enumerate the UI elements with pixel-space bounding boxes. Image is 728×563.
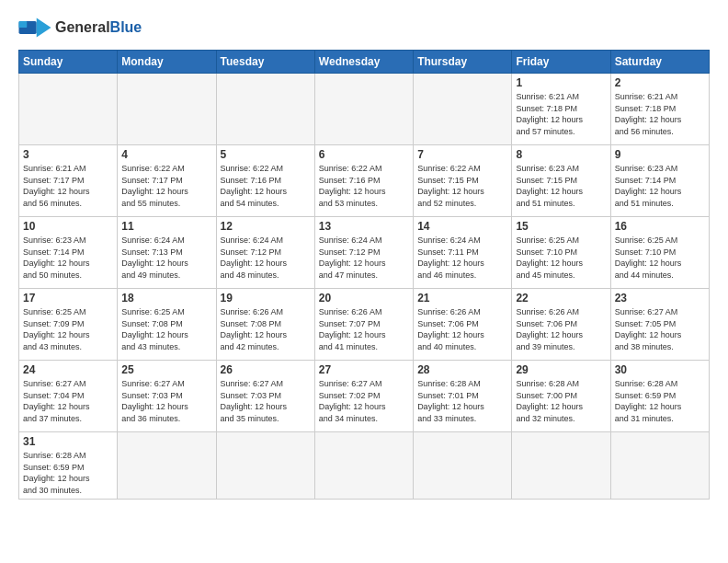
day-number: 15: [516, 220, 606, 233]
calendar-cell: 20Sunrise: 6:26 AM Sunset: 7:07 PM Dayli…: [314, 289, 413, 361]
calendar-cell: 8Sunrise: 6:23 AM Sunset: 7:15 PM Daylig…: [512, 145, 610, 217]
calendar-cell: [118, 74, 216, 145]
calendar-cell: 4Sunrise: 6:22 AM Sunset: 7:17 PM Daylig…: [118, 145, 216, 217]
day-number: 2: [615, 76, 705, 89]
day-info: Sunrise: 6:26 AM Sunset: 7:06 PM Dayligh…: [516, 306, 606, 352]
calendar-cell: 31Sunrise: 6:28 AM Sunset: 6:59 PM Dayli…: [19, 432, 118, 500]
day-info: Sunrise: 6:22 AM Sunset: 7:16 PM Dayligh…: [319, 163, 409, 209]
day-number: 31: [23, 435, 113, 448]
calendar-cell: [610, 432, 709, 500]
day-number: 26: [221, 363, 311, 376]
day-info: Sunrise: 6:26 AM Sunset: 7:06 PM Dayligh…: [417, 306, 507, 352]
day-number: 24: [23, 363, 113, 376]
calendar-cell: 16Sunrise: 6:25 AM Sunset: 7:10 PM Dayli…: [610, 217, 709, 289]
weekday-header-tuesday: Tuesday: [216, 51, 314, 74]
calendar-cell: 13Sunrise: 6:24 AM Sunset: 7:12 PM Dayli…: [314, 217, 413, 289]
day-info: Sunrise: 6:27 AM Sunset: 7:05 PM Dayligh…: [615, 306, 705, 352]
day-info: Sunrise: 6:27 AM Sunset: 7:04 PM Dayligh…: [23, 378, 113, 424]
day-info: Sunrise: 6:22 AM Sunset: 7:17 PM Dayligh…: [121, 163, 211, 209]
day-number: 7: [417, 148, 507, 161]
day-info: Sunrise: 6:27 AM Sunset: 7:03 PM Dayligh…: [121, 378, 211, 424]
calendar-cell: 26Sunrise: 6:27 AM Sunset: 7:03 PM Dayli…: [216, 361, 314, 432]
day-number: 5: [221, 148, 311, 161]
day-number: 3: [23, 148, 113, 161]
calendar-cell: [414, 432, 512, 500]
logo-text: GeneralBlue: [55, 19, 142, 36]
day-info: Sunrise: 6:25 AM Sunset: 7:10 PM Dayligh…: [615, 235, 705, 281]
weekday-header-monday: Monday: [118, 51, 216, 74]
calendar-cell: 17Sunrise: 6:25 AM Sunset: 7:09 PM Dayli…: [19, 289, 118, 361]
day-info: Sunrise: 6:23 AM Sunset: 7:14 PM Dayligh…: [23, 235, 113, 281]
calendar-cell: 3Sunrise: 6:21 AM Sunset: 7:17 PM Daylig…: [19, 145, 118, 217]
day-info: Sunrise: 6:27 AM Sunset: 7:02 PM Dayligh…: [319, 378, 409, 424]
day-info: Sunrise: 6:21 AM Sunset: 7:18 PM Dayligh…: [615, 91, 705, 137]
weekday-header-thursday: Thursday: [414, 51, 512, 74]
calendar: SundayMondayTuesdayWednesdayThursdayFrid…: [18, 50, 710, 500]
day-info: Sunrise: 6:21 AM Sunset: 7:17 PM Dayligh…: [23, 163, 113, 209]
day-info: Sunrise: 6:21 AM Sunset: 7:18 PM Dayligh…: [516, 91, 606, 137]
calendar-cell: [414, 74, 512, 145]
week-row-0: 1Sunrise: 6:21 AM Sunset: 7:18 PM Daylig…: [19, 74, 710, 145]
header: GeneralBlue: [18, 15, 710, 40]
day-number: 13: [319, 220, 409, 233]
calendar-cell: 23Sunrise: 6:27 AM Sunset: 7:05 PM Dayli…: [610, 289, 709, 361]
calendar-cell: 2Sunrise: 6:21 AM Sunset: 7:18 PM Daylig…: [610, 74, 709, 145]
day-number: 28: [417, 363, 507, 376]
calendar-cell: 11Sunrise: 6:24 AM Sunset: 7:13 PM Dayli…: [118, 217, 216, 289]
day-number: 19: [221, 292, 311, 304]
calendar-cell: [314, 74, 413, 145]
calendar-cell: 5Sunrise: 6:22 AM Sunset: 7:16 PM Daylig…: [216, 145, 314, 217]
weekday-header-saturday: Saturday: [610, 51, 709, 74]
calendar-cell: 21Sunrise: 6:26 AM Sunset: 7:06 PM Dayli…: [414, 289, 512, 361]
day-info: Sunrise: 6:24 AM Sunset: 7:12 PM Dayligh…: [221, 235, 311, 281]
week-row-2: 10Sunrise: 6:23 AM Sunset: 7:14 PM Dayli…: [19, 217, 710, 289]
day-number: 29: [516, 363, 606, 376]
calendar-cell: 18Sunrise: 6:25 AM Sunset: 7:08 PM Dayli…: [118, 289, 216, 361]
day-info: Sunrise: 6:28 AM Sunset: 7:00 PM Dayligh…: [516, 378, 606, 424]
weekday-header-wednesday: Wednesday: [314, 51, 413, 74]
day-info: Sunrise: 6:25 AM Sunset: 7:08 PM Dayligh…: [121, 306, 211, 352]
day-number: 20: [319, 292, 409, 304]
day-info: Sunrise: 6:22 AM Sunset: 7:15 PM Dayligh…: [417, 163, 507, 209]
day-info: Sunrise: 6:23 AM Sunset: 7:14 PM Dayligh…: [615, 163, 705, 209]
svg-marker-1: [37, 18, 51, 38]
calendar-cell: 28Sunrise: 6:28 AM Sunset: 7:01 PM Dayli…: [414, 361, 512, 432]
day-number: 17: [23, 292, 113, 304]
calendar-cell: 9Sunrise: 6:23 AM Sunset: 7:14 PM Daylig…: [610, 145, 709, 217]
calendar-cell: 29Sunrise: 6:28 AM Sunset: 7:00 PM Dayli…: [512, 361, 610, 432]
calendar-cell: [216, 74, 314, 145]
week-row-1: 3Sunrise: 6:21 AM Sunset: 7:17 PM Daylig…: [19, 145, 710, 217]
day-number: 11: [121, 220, 211, 233]
calendar-cell: 27Sunrise: 6:27 AM Sunset: 7:02 PM Dayli…: [314, 361, 413, 432]
weekday-header-friday: Friday: [512, 51, 610, 74]
week-row-3: 17Sunrise: 6:25 AM Sunset: 7:09 PM Dayli…: [19, 289, 710, 361]
day-info: Sunrise: 6:22 AM Sunset: 7:16 PM Dayligh…: [221, 163, 311, 209]
day-number: 16: [615, 220, 705, 233]
calendar-cell: 19Sunrise: 6:26 AM Sunset: 7:08 PM Dayli…: [216, 289, 314, 361]
calendar-cell: 6Sunrise: 6:22 AM Sunset: 7:16 PM Daylig…: [314, 145, 413, 217]
calendar-cell: 24Sunrise: 6:27 AM Sunset: 7:04 PM Dayli…: [19, 361, 118, 432]
day-info: Sunrise: 6:28 AM Sunset: 6:59 PM Dayligh…: [23, 450, 113, 496]
day-number: 22: [516, 292, 606, 304]
day-info: Sunrise: 6:26 AM Sunset: 7:07 PM Dayligh…: [319, 306, 409, 352]
day-info: Sunrise: 6:28 AM Sunset: 7:01 PM Dayligh…: [417, 378, 507, 424]
day-number: 12: [221, 220, 311, 233]
weekday-header-sunday: Sunday: [19, 51, 118, 74]
svg-rect-2: [19, 21, 28, 28]
day-number: 23: [615, 292, 705, 304]
weekday-header-row: SundayMondayTuesdayWednesdayThursdayFrid…: [19, 51, 710, 74]
calendar-cell: [216, 432, 314, 500]
day-number: 25: [121, 363, 211, 376]
week-row-5: 31Sunrise: 6:28 AM Sunset: 6:59 PM Dayli…: [19, 432, 710, 500]
calendar-cell: [512, 432, 610, 500]
day-number: 10: [23, 220, 113, 233]
day-info: Sunrise: 6:25 AM Sunset: 7:09 PM Dayligh…: [23, 306, 113, 352]
day-info: Sunrise: 6:25 AM Sunset: 7:10 PM Dayligh…: [516, 235, 606, 281]
day-number: 8: [516, 148, 606, 161]
calendar-cell: 15Sunrise: 6:25 AM Sunset: 7:10 PM Dayli…: [512, 217, 610, 289]
day-number: 18: [121, 292, 211, 304]
day-number: 4: [121, 148, 211, 161]
generalblue-logo-icon: [18, 15, 51, 40]
calendar-cell: [314, 432, 413, 500]
day-number: 27: [319, 363, 409, 376]
